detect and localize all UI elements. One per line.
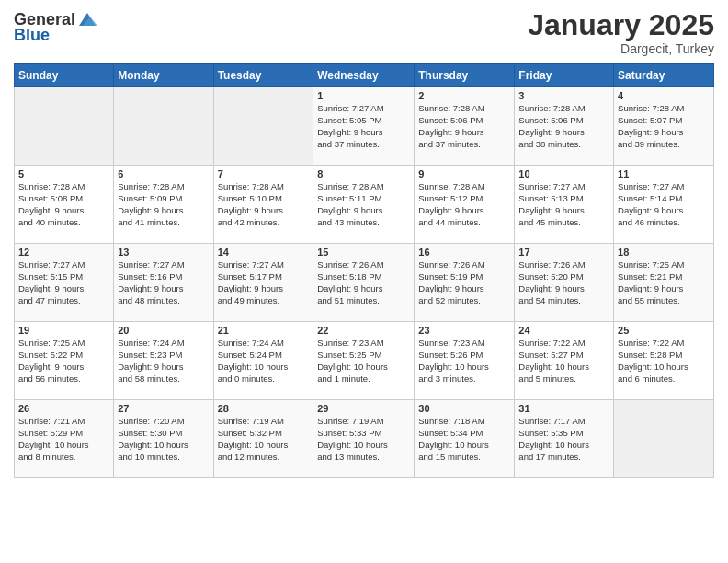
calendar-cell: 3Sunrise: 7:28 AM Sunset: 5:06 PM Daylig… [515,87,614,166]
day-number: 31 [518,403,609,414]
day-number: 9 [418,168,510,179]
calendar-cell: 19Sunrise: 7:25 AM Sunset: 5:22 PM Dayli… [15,322,114,400]
calendar-week-row: 19Sunrise: 7:25 AM Sunset: 5:22 PM Dayli… [15,322,714,400]
cell-content: Sunrise: 7:26 AM Sunset: 5:20 PM Dayligh… [518,259,609,306]
cell-content: Sunrise: 7:27 AM Sunset: 5:13 PM Dayligh… [518,181,609,228]
calendar-week-row: 1Sunrise: 7:27 AM Sunset: 5:05 PM Daylig… [15,87,714,166]
weekday-header-row: SundayMondayTuesdayWednesdayThursdayFrid… [15,64,714,87]
cell-content: Sunrise: 7:23 AM Sunset: 5:25 PM Dayligh… [317,338,410,385]
day-number: 23 [418,325,510,336]
cell-content: Sunrise: 7:19 AM Sunset: 5:33 PM Dayligh… [317,416,410,463]
calendar-cell: 27Sunrise: 7:20 AM Sunset: 5:30 PM Dayli… [114,400,213,478]
day-number: 26 [18,403,109,414]
logo-icon [77,9,97,29]
calendar-cell: 26Sunrise: 7:21 AM Sunset: 5:29 PM Dayli… [15,400,114,478]
day-number: 30 [418,403,510,414]
cell-content: Sunrise: 7:28 AM Sunset: 5:08 PM Dayligh… [18,181,109,228]
calendar-week-row: 5Sunrise: 7:28 AM Sunset: 5:08 PM Daylig… [15,166,714,244]
calendar-cell: 30Sunrise: 7:18 AM Sunset: 5:34 PM Dayli… [415,400,515,478]
day-number: 17 [518,247,609,258]
calendar-cell: 11Sunrise: 7:27 AM Sunset: 5:14 PM Dayli… [614,166,714,244]
day-number: 10 [518,168,609,179]
cell-content: Sunrise: 7:22 AM Sunset: 5:27 PM Dayligh… [518,338,609,385]
day-number: 11 [618,168,710,179]
cell-content: Sunrise: 7:18 AM Sunset: 5:34 PM Dayligh… [418,416,510,463]
calendar-cell [15,87,114,166]
cell-content: Sunrise: 7:28 AM Sunset: 5:12 PM Dayligh… [418,181,510,228]
cell-content: Sunrise: 7:21 AM Sunset: 5:29 PM Dayligh… [18,416,109,463]
day-number: 3 [518,90,609,101]
logo: General Blue [14,9,97,45]
calendar-cell: 25Sunrise: 7:22 AM Sunset: 5:28 PM Dayli… [614,322,714,400]
day-number: 12 [18,247,109,258]
calendar-cell: 15Sunrise: 7:26 AM Sunset: 5:18 PM Dayli… [313,244,415,322]
page: General Blue January 2025 Dargecit, Turk… [0,0,728,563]
logo-blue-text: Blue [14,26,50,45]
cell-content: Sunrise: 7:28 AM Sunset: 5:06 PM Dayligh… [518,103,609,150]
day-number: 16 [418,247,510,258]
cell-content: Sunrise: 7:27 AM Sunset: 5:05 PM Dayligh… [317,103,410,150]
cell-content: Sunrise: 7:27 AM Sunset: 5:14 PM Dayligh… [618,181,710,228]
calendar-cell: 28Sunrise: 7:19 AM Sunset: 5:32 PM Dayli… [213,400,313,478]
title-section: January 2025 Dargecit, Turkey [528,9,714,56]
cell-content: Sunrise: 7:27 AM Sunset: 5:15 PM Dayligh… [18,259,109,306]
location: Dargecit, Turkey [528,41,714,56]
calendar-cell: 18Sunrise: 7:25 AM Sunset: 5:21 PM Dayli… [614,244,714,322]
day-number: 5 [18,168,109,179]
cell-content: Sunrise: 7:20 AM Sunset: 5:30 PM Dayligh… [118,416,209,463]
day-number: 8 [317,168,410,179]
cell-content: Sunrise: 7:28 AM Sunset: 5:09 PM Dayligh… [118,181,209,228]
weekday-header-friday: Friday [515,64,614,87]
calendar-cell: 22Sunrise: 7:23 AM Sunset: 5:25 PM Dayli… [313,322,415,400]
calendar-cell: 9Sunrise: 7:28 AM Sunset: 5:12 PM Daylig… [415,166,515,244]
day-number: 7 [218,168,310,179]
cell-content: Sunrise: 7:28 AM Sunset: 5:11 PM Dayligh… [317,181,410,228]
calendar-cell: 1Sunrise: 7:27 AM Sunset: 5:05 PM Daylig… [313,87,415,166]
day-number: 13 [118,247,209,258]
day-number: 28 [218,403,310,414]
calendar-cell: 24Sunrise: 7:22 AM Sunset: 5:27 PM Dayli… [515,322,614,400]
day-number: 2 [418,90,510,101]
day-number: 19 [18,325,109,336]
calendar-cell: 5Sunrise: 7:28 AM Sunset: 5:08 PM Daylig… [15,166,114,244]
cell-content: Sunrise: 7:25 AM Sunset: 5:22 PM Dayligh… [18,338,109,385]
cell-content: Sunrise: 7:23 AM Sunset: 5:26 PM Dayligh… [418,338,510,385]
calendar-cell: 12Sunrise: 7:27 AM Sunset: 5:15 PM Dayli… [15,244,114,322]
cell-content: Sunrise: 7:24 AM Sunset: 5:23 PM Dayligh… [118,338,209,385]
day-number: 29 [317,403,410,414]
weekday-header-sunday: Sunday [15,64,114,87]
calendar-cell [114,87,213,166]
day-number: 15 [317,247,410,258]
calendar-cell: 4Sunrise: 7:28 AM Sunset: 5:07 PM Daylig… [614,87,714,166]
cell-content: Sunrise: 7:24 AM Sunset: 5:24 PM Dayligh… [218,338,310,385]
calendar-cell: 29Sunrise: 7:19 AM Sunset: 5:33 PM Dayli… [313,400,415,478]
header: General Blue January 2025 Dargecit, Turk… [14,9,714,56]
weekday-header-thursday: Thursday [415,64,515,87]
day-number: 18 [618,247,710,258]
weekday-header-monday: Monday [114,64,213,87]
calendar-cell: 6Sunrise: 7:28 AM Sunset: 5:09 PM Daylig… [114,166,213,244]
day-number: 25 [618,325,710,336]
day-number: 21 [218,325,310,336]
day-number: 27 [118,403,209,414]
cell-content: Sunrise: 7:26 AM Sunset: 5:19 PM Dayligh… [418,259,510,306]
cell-content: Sunrise: 7:17 AM Sunset: 5:35 PM Dayligh… [518,416,609,463]
calendar-cell: 2Sunrise: 7:28 AM Sunset: 5:06 PM Daylig… [415,87,515,166]
calendar-cell: 23Sunrise: 7:23 AM Sunset: 5:26 PM Dayli… [415,322,515,400]
day-number: 24 [518,325,609,336]
month-title: January 2025 [528,9,714,41]
calendar-cell: 31Sunrise: 7:17 AM Sunset: 5:35 PM Dayli… [515,400,614,478]
day-number: 4 [618,90,710,101]
cell-content: Sunrise: 7:26 AM Sunset: 5:18 PM Dayligh… [317,259,410,306]
day-number: 20 [118,325,209,336]
calendar-cell: 16Sunrise: 7:26 AM Sunset: 5:19 PM Dayli… [415,244,515,322]
calendar-cell: 13Sunrise: 7:27 AM Sunset: 5:16 PM Dayli… [114,244,213,322]
cell-content: Sunrise: 7:28 AM Sunset: 5:06 PM Dayligh… [418,103,510,150]
cell-content: Sunrise: 7:28 AM Sunset: 5:07 PM Dayligh… [618,103,710,150]
calendar-cell: 10Sunrise: 7:27 AM Sunset: 5:13 PM Dayli… [515,166,614,244]
cell-content: Sunrise: 7:19 AM Sunset: 5:32 PM Dayligh… [218,416,310,463]
day-number: 6 [118,168,209,179]
calendar-cell [614,400,714,478]
calendar-cell: 20Sunrise: 7:24 AM Sunset: 5:23 PM Dayli… [114,322,213,400]
weekday-header-wednesday: Wednesday [313,64,415,87]
